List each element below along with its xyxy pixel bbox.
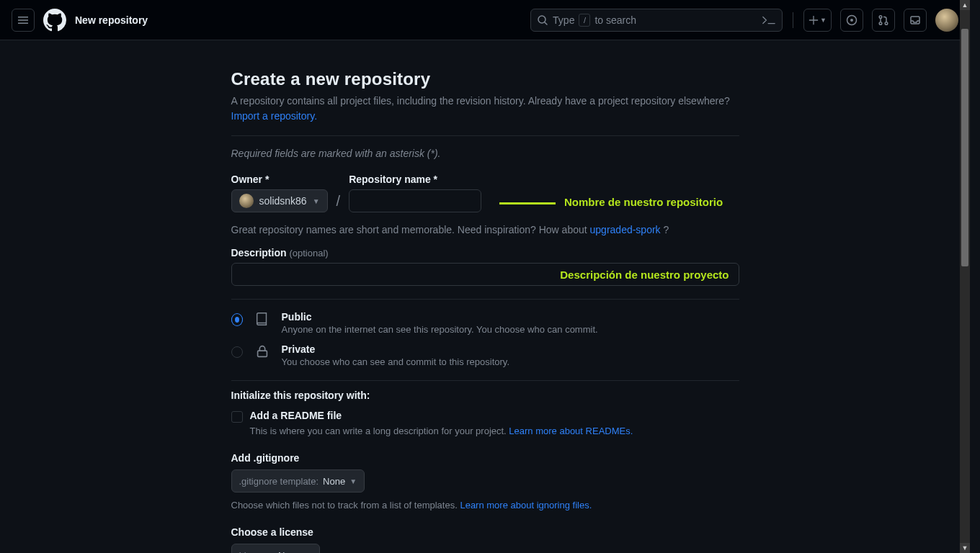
user-avatar[interactable]	[935, 9, 958, 32]
add-readme-label: Add a README file	[250, 410, 342, 421]
main-content: Create a new repository A repository con…	[231, 40, 739, 553]
header-divider	[793, 12, 793, 28]
issues-button[interactable]	[840, 9, 863, 32]
gitignore-select[interactable]: .gitignore template: None ▼	[231, 469, 365, 493]
caret-down-icon: ▼	[349, 477, 357, 485]
global-search[interactable]: Type / to search	[530, 9, 783, 32]
readme-note: This is where you can write a long descr…	[250, 426, 739, 436]
lock-icon	[254, 343, 270, 359]
caret-down-icon: ▼	[820, 17, 827, 24]
owner-value: solidsnk86	[259, 195, 307, 207]
gitignore-heading: Add .gitignore	[231, 452, 739, 464]
page-scrollbar[interactable]: ▲ ▼	[960, 0, 970, 553]
repo-name-hint: Great repository names are short and mem…	[231, 224, 739, 235]
initialize-heading: Initialize this repository with:	[231, 390, 739, 401]
owner-select[interactable]: solidsnk86 ▼	[231, 189, 328, 212]
readme-learn-link[interactable]: Learn more about READMEs.	[509, 426, 633, 436]
description-label: Description (optional)	[231, 247, 739, 258]
caret-down-icon: ▼	[313, 197, 320, 205]
slash-key-icon: /	[579, 14, 590, 27]
scrollbar-up-arrow[interactable]: ▲	[960, 0, 970, 10]
gitignore-learn-link[interactable]: Learn more about ignoring files.	[460, 500, 592, 511]
repo-name-input[interactable]	[349, 189, 481, 212]
owner-avatar-icon	[239, 194, 254, 208]
owner-label: Owner *	[231, 174, 328, 185]
public-desc: Anyone on the internet can see this repo…	[282, 324, 598, 335]
command-palette-icon	[762, 14, 776, 26]
private-desc: You choose who can see and commit to thi…	[282, 356, 510, 367]
global-header: New repository Type / to search ▼	[0, 0, 970, 40]
import-repo-link[interactable]: Import a repository.	[231, 110, 318, 122]
annotation-repo-name: Nombre de nuestro repositorio	[499, 196, 723, 208]
plus-icon	[808, 15, 819, 25]
path-separator: /	[337, 193, 341, 212]
scrollbar-down-arrow[interactable]: ▼	[960, 543, 970, 553]
page-heading: Create a new repository	[231, 69, 739, 89]
svg-point-3	[879, 15, 882, 18]
menu-button[interactable]	[12, 9, 35, 32]
pull-request-icon	[878, 14, 889, 26]
repo-name-label: Repository name *	[349, 174, 481, 185]
hamburger-icon	[17, 14, 29, 26]
annotation-description: Descripción de nuestro proyecto	[560, 269, 729, 281]
scrollbar-thumb[interactable]	[961, 29, 968, 266]
private-title: Private	[282, 343, 510, 355]
page-title: New repository	[75, 14, 148, 26]
visibility-private-radio[interactable]	[231, 346, 243, 358]
github-logo[interactable]	[43, 9, 66, 32]
issues-dot-icon	[846, 14, 858, 26]
page-subtitle: A repository contains all project files,…	[231, 94, 739, 124]
license-heading: Choose a license	[231, 526, 739, 538]
notifications-button[interactable]	[904, 9, 927, 32]
public-title: Public	[282, 311, 598, 323]
search-placeholder: Type / to search	[553, 14, 636, 27]
add-readme-checkbox[interactable]	[231, 411, 243, 423]
required-fields-note: Required fields are marked with an aster…	[231, 148, 739, 159]
svg-point-2	[850, 19, 853, 22]
license-select[interactable]: License: None ▼	[231, 544, 320, 553]
gitignore-note: Choose which files not to track from a l…	[231, 500, 739, 511]
create-new-button[interactable]: ▼	[803, 9, 832, 32]
name-suggestion-link[interactable]: upgraded-spork	[590, 224, 661, 235]
pull-requests-button[interactable]	[872, 9, 895, 32]
svg-rect-6	[257, 351, 267, 356]
visibility-public-radio[interactable]	[231, 314, 243, 325]
inbox-icon	[909, 14, 921, 26]
repo-public-icon	[254, 311, 270, 327]
svg-point-5	[885, 22, 888, 24]
svg-point-4	[879, 22, 882, 24]
search-icon	[537, 14, 548, 26]
